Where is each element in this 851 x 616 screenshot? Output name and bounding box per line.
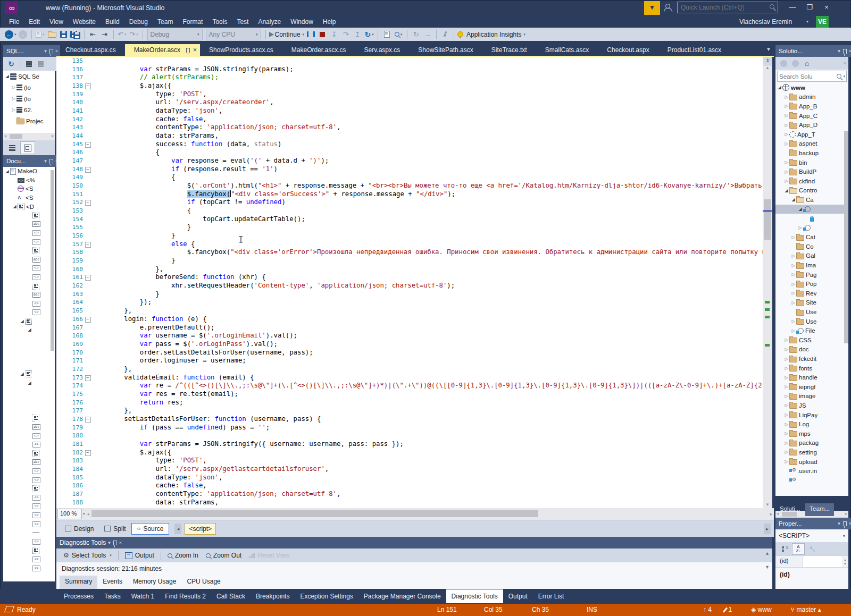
outline-item[interactable]: <> xyxy=(3,476,55,485)
outline-item[interactable]: <> xyxy=(3,308,55,317)
code-line-143[interactable]: 143 contentType: 'application/json; char… xyxy=(56,123,763,132)
tab-solution-explorer[interactable]: Soluti... xyxy=(775,503,804,516)
expander-icon[interactable]: ▷ xyxy=(11,85,16,90)
code-line-180[interactable]: 180 xyxy=(56,432,763,440)
expander-icon[interactable]: ▷ xyxy=(783,104,789,108)
solution-tree-item-pag[interactable]: ▷Pag xyxy=(775,270,848,280)
open-file-button[interactable] xyxy=(47,29,57,40)
expander-icon[interactable]: ▷ xyxy=(790,300,796,305)
expander-icon[interactable]: ▷ xyxy=(783,450,789,454)
expander-icon[interactable]: ◢ xyxy=(19,319,25,324)
menu-view[interactable]: View xyxy=(45,16,68,28)
outline-item[interactable]: <> xyxy=(3,440,55,449)
property-name-cell[interactable]: (id) xyxy=(775,556,803,567)
branch-button[interactable]: ⑂master ▴ xyxy=(791,606,821,613)
user-dropdown-caret-icon[interactable]: ▾ xyxy=(806,19,808,24)
zoom-caret-icon[interactable]: ▾ xyxy=(82,512,87,516)
zoom-out-button[interactable]: Zoom Out xyxy=(206,552,241,559)
diagnostics-tab-memory-usage[interactable]: Memory Usage xyxy=(128,576,181,589)
outline-item[interactable]: <> xyxy=(3,520,55,529)
fold-collapse-icon[interactable]: − xyxy=(83,82,93,90)
code-line-152[interactable]: 152− if (topCart != undefined) xyxy=(56,198,763,207)
comment-button[interactable]: ⫽ xyxy=(440,29,450,40)
sql-tree-item-projec[interactable]: Projec xyxy=(3,115,55,126)
dock-tab-error-list[interactable]: Error List xyxy=(533,589,570,603)
outline-item[interactable]: abc xyxy=(3,458,55,467)
editor-tab-serv.aspx.cs[interactable]: Serv.aspx.cs xyxy=(355,44,410,56)
code-line-151[interactable]: 151 $.fancybox("<div class='orSuccess'>"… xyxy=(56,190,763,199)
expander-icon[interactable]: ▷ xyxy=(783,459,789,464)
code-line-148[interactable]: 148− if (response.result == '1') xyxy=(56,165,763,174)
expander-icon[interactable]: ▷ xyxy=(11,96,16,101)
solution-tree-item-backup[interactable]: backup xyxy=(775,148,848,158)
outline-item[interactable]: <> xyxy=(3,238,55,247)
properties-header[interactable]: Proper... ▾ × xyxy=(775,518,851,529)
code-line-179[interactable]: 179 if (pass == undefined) pass = ''; xyxy=(56,424,763,432)
scroll-up-icon[interactable]: ▲ xyxy=(765,551,770,556)
editor-tab-productlist01.ascx[interactable]: ProductList01.ascx xyxy=(658,44,730,56)
code-line-167[interactable]: 167 e.preventDefault(); xyxy=(56,324,763,332)
outline-item[interactable]: <> xyxy=(3,273,55,282)
solution-tree-item-userin[interactable]: .user.in xyxy=(775,466,848,476)
output-button[interactable]: Output xyxy=(125,552,154,559)
code-line-161[interactable]: 161− beforeSend: function (xhr) { xyxy=(56,273,763,282)
scroll-up-icon[interactable]: ▲ xyxy=(763,65,772,70)
solution-tree-item-packag[interactable]: ▷packag xyxy=(775,438,848,448)
code-line-147[interactable]: 147 var response = eval('(' + data.d + '… xyxy=(56,157,763,165)
maximize-button[interactable]: ❐ xyxy=(802,0,817,15)
outline-item-s[interactable]: <S xyxy=(3,193,55,202)
outline-item[interactable] xyxy=(3,282,55,291)
code-line-162[interactable]: 162 xhr.setRequestHeader('Content-type',… xyxy=(56,282,763,290)
expander-icon[interactable]: ▷ xyxy=(783,384,789,389)
expander-icon[interactable]: ▷ xyxy=(783,394,789,399)
tag-nav-forward-icon[interactable]: ▸ xyxy=(764,524,771,534)
close-icon[interactable]: × xyxy=(849,48,851,54)
code-line-150[interactable]: 150 $('.orCont').html("<h1>" + response.… xyxy=(56,182,763,190)
pin-icon[interactable] xyxy=(186,48,190,53)
solution-tree-item-contro[interactable]: ◢Contro xyxy=(775,186,848,196)
solution-tree-item[interactable] xyxy=(775,214,848,223)
outline-item[interactable] xyxy=(3,361,55,370)
expander-icon[interactable]: ◢ xyxy=(783,188,789,193)
code-line-160[interactable]: 160 }, xyxy=(56,265,763,274)
solution-tree-item-ima[interactable]: ▷Ima xyxy=(775,260,848,270)
code-line-178[interactable]: 178− setLastDetailsForUser: function (us… xyxy=(56,415,763,424)
outline-item[interactable]: <> xyxy=(3,432,55,441)
code-line-146[interactable]: 146 { xyxy=(56,148,763,157)
dock-tab-breakpoints[interactable]: Breakpoints xyxy=(251,589,295,603)
fold-collapse-icon[interactable]: − xyxy=(83,273,93,282)
source-view-button[interactable]: ‹›Source xyxy=(131,523,170,535)
property-pages-icon[interactable]: 🔧 xyxy=(806,544,818,554)
expander-icon[interactable]: ▷ xyxy=(783,160,789,165)
find-in-files-button[interactable]: ▾ xyxy=(393,29,404,40)
expander-icon[interactable]: ▷ xyxy=(783,375,789,380)
pin-icon[interactable] xyxy=(113,541,117,545)
code-line-154[interactable]: 154 topCart.updateCartTable(); xyxy=(56,215,763,224)
menu-analyze[interactable]: Analyze xyxy=(253,16,286,28)
avatar[interactable]: VE xyxy=(816,16,829,28)
outline-item[interactable] xyxy=(3,484,55,493)
expander-icon[interactable]: ▷ xyxy=(783,170,789,174)
solution-tree-item-buildp[interactable]: ▷BuildP xyxy=(775,167,848,176)
outline-item[interactable]: <> xyxy=(3,264,55,273)
code-line-138[interactable]: 138− $.ajax({ xyxy=(56,82,763,90)
outline-view-tab[interactable] xyxy=(20,141,35,154)
tag-nav-back-icon[interactable]: ◂ xyxy=(174,524,181,534)
close-icon[interactable]: × xyxy=(193,44,197,56)
indent-icon[interactable]: ⇥ xyxy=(99,29,110,40)
outline-item[interactable]: abc xyxy=(3,220,55,229)
stop-button[interactable] xyxy=(317,29,328,40)
sql-tree-item-62[interactable]: ▷62. xyxy=(3,104,55,115)
tab-team-explorer[interactable]: Team... xyxy=(805,503,834,516)
outline-item[interactable] xyxy=(3,449,55,458)
new-item-button[interactable]: ▾ xyxy=(35,29,46,40)
expander-icon[interactable]: ▷ xyxy=(783,403,789,408)
step-out-icon[interactable]: ↥ xyxy=(352,29,363,40)
dock-tab-tasks[interactable]: Tasks xyxy=(99,589,126,603)
menu-tools[interactable]: Tools xyxy=(207,16,232,28)
expander-icon[interactable]: ◢ xyxy=(4,74,10,79)
solution-tree-item-aspnet[interactable]: ▷aspnet xyxy=(775,139,848,149)
sql-panel-hscrollbar[interactable]: ◂▸ xyxy=(3,133,55,140)
redo-button[interactable]: ↷▾ xyxy=(129,29,139,40)
quick-launch-box[interactable] xyxy=(677,2,778,13)
